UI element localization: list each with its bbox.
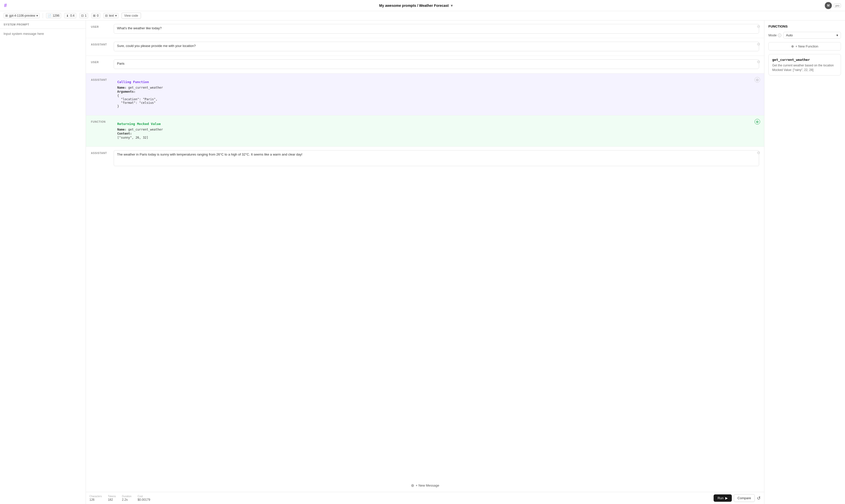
top-p-icon: ⊡ (81, 14, 84, 17)
center-panel: USER What's the weather like today? ⊖ AS… (86, 20, 764, 504)
message-role-assistant-2: ASSISTANT (91, 77, 109, 81)
function-return-block: Returning Mocked Value Name: get_current… (114, 119, 759, 143)
mode-value: Auto (786, 33, 793, 37)
new-function-label: + New Function (795, 44, 818, 48)
compare-button[interactable]: Compare (734, 494, 755, 502)
content-value: ["sunny", 26, 32] (117, 136, 756, 139)
tokens-label: Tokens (108, 495, 116, 498)
run-arrow-icon: ▶ (725, 496, 728, 500)
message-role-user-2: USER (91, 59, 109, 64)
run-button[interactable]: Run ▶ (714, 494, 732, 502)
tokens-control[interactable]: 📄 1296 (46, 13, 61, 18)
plus-icon: ⊕ (411, 483, 414, 488)
nav-title: My awesome prompts / Weather Forecast ▾ (379, 3, 453, 7)
delete-message-3[interactable]: ⊖ (757, 60, 760, 64)
mode-label: Mode i (769, 33, 781, 37)
mode-select[interactable]: Auto ▾ (784, 32, 841, 39)
delete-message-2[interactable]: ⊖ (757, 42, 760, 46)
duration-value: 2.2s (122, 498, 131, 502)
message-role-function: FUNCTION (91, 119, 109, 123)
message-content-1: What's the weather like today? (114, 24, 759, 34)
function-return-row: FUNCTION Returning Mocked Value Name: ge… (86, 115, 764, 147)
user-message-input-2[interactable]: Paris (114, 59, 759, 69)
tokens-value: 1296 (53, 14, 59, 17)
output-format-selector[interactable]: ⊟ text ▾ (103, 13, 118, 18)
message-role-user: USER (91, 24, 109, 28)
function-call-title: Calling Function (117, 80, 756, 84)
message-row: USER What's the weather like today? ⊖ (86, 20, 764, 38)
function-return-name-line: Name: get_current_weather (117, 128, 756, 131)
stat-cost: Cost $0.00179 (138, 495, 150, 502)
output-caret: ▾ (115, 14, 117, 17)
characters-value: 126 (89, 498, 102, 502)
function-card-mocked: Mocked Value: ["rainy", 22, 28] (772, 68, 837, 72)
app-logo: # (4, 2, 7, 8)
function-card-desc: Get the current weather based on the loc… (772, 64, 837, 67)
model-label: gpt-4-1106-preview (9, 14, 35, 17)
message-content-2: Sure, could you please provide me with y… (114, 42, 759, 52)
nav-current: Weather Forecast (419, 3, 449, 7)
chat-area: USER What's the weather like today? ⊖ AS… (86, 20, 764, 479)
user-message-input-1[interactable]: What's the weather like today? (114, 24, 759, 34)
top-p-value: 1 (85, 14, 87, 17)
left-panel: SYSTEM PROMPT (0, 20, 86, 504)
message-row: ASSISTANT Sure, could you please provide… (86, 38, 764, 56)
nav-right: M pro (825, 2, 841, 9)
stat-duration: Duration 2.2s (122, 495, 131, 502)
assistant-message-input-1[interactable]: Sure, could you please provide me with y… (114, 42, 759, 51)
function-return-content: Returning Mocked Value Name: get_current… (114, 119, 759, 143)
function-call-row: ASSISTANT Calling Function Name: get_cur… (86, 73, 764, 115)
nav-path: My awesome prompts / (379, 3, 418, 7)
freq-icon: ⊞ (93, 14, 95, 17)
delete-message-6[interactable]: ⊖ (757, 151, 760, 155)
message-role-assistant: ASSISTANT (91, 42, 109, 46)
delete-message-1[interactable]: ⊖ (757, 24, 760, 29)
top-nav: # My awesome prompts / Weather Forecast … (0, 0, 845, 11)
mode-info-icon[interactable]: i (778, 34, 781, 37)
main-layout: SYSTEM PROMPT USER What's the weather li… (0, 20, 845, 504)
delete-function-call[interactable]: ⊖ (755, 77, 760, 83)
system-prompt-header: SYSTEM PROMPT (0, 20, 86, 29)
characters-label: Characters (89, 495, 102, 498)
function-card-name: get_current_weather (772, 58, 837, 61)
new-message-label: + New Message (416, 484, 439, 487)
bottom-actions: Run ▶ Compare ↺ (714, 494, 761, 502)
model-caret: ▾ (36, 14, 38, 17)
functions-header: FUNCTIONS (769, 24, 841, 28)
system-prompt-input[interactable] (0, 29, 86, 504)
pro-badge: pro (834, 3, 841, 7)
arguments-content: { "location": "Paris", "format": "celsiu… (117, 94, 756, 108)
new-message-button[interactable]: ⊕ + New Message (411, 483, 439, 488)
nav-caret: ▾ (451, 3, 453, 7)
avatar: M (825, 2, 832, 9)
new-function-button[interactable]: ⊕ + New Function (769, 42, 841, 51)
assistant-message-input-2[interactable]: The weather in Paris today is sunny with… (114, 150, 759, 166)
stat-tokens: Tokens 182 (108, 495, 116, 502)
new-message-area: ⊕ + New Message (86, 479, 764, 492)
function-call-block: Calling Function Name: get_current_weath… (114, 77, 759, 112)
bottom-stats: Characters 126 Tokens 182 Duration 2.2s … (86, 492, 764, 504)
temp-control[interactable]: 🌡 0.4 (64, 13, 76, 18)
tokens-icon: 📄 (48, 14, 51, 17)
output-icon: ⊟ (105, 14, 108, 17)
top-p-control[interactable]: ⊡ 1 (80, 13, 88, 18)
toolbar: ⊞ gpt-4-1106-preview ▾ 📄 1296 🌡 0.4 ⊡ 1 … (0, 11, 845, 20)
temp-value: 0.4 (70, 14, 74, 17)
right-panel: FUNCTIONS Mode i Auto ▾ ⊕ + New Function… (764, 20, 845, 504)
message-content-6: The weather in Paris today is sunny with… (114, 150, 759, 167)
cost-label: Cost (138, 495, 150, 498)
function-name-line: Name: get_current_weather (117, 86, 756, 89)
freq-control[interactable]: ⊞ 0 (91, 13, 100, 18)
model-selector[interactable]: ⊞ gpt-4-1106-preview ▾ (3, 13, 40, 18)
message-row: USER Paris ⊖ (86, 56, 764, 73)
function-card: get_current_weather Get the current weat… (769, 54, 841, 75)
message-row: ASSISTANT The weather in Paris today is … (86, 147, 764, 170)
view-code-button[interactable]: View code (122, 13, 141, 19)
delete-function-return[interactable]: ⊕ (755, 119, 760, 125)
message-role-assistant-3: ASSISTANT (91, 150, 109, 155)
tokens-value: 182 (108, 498, 116, 502)
history-button[interactable]: ↺ (757, 496, 761, 501)
arguments-label: Arguments: (117, 90, 756, 93)
mode-row: Mode i Auto ▾ (769, 32, 841, 39)
freq-value: 0 (97, 14, 99, 17)
